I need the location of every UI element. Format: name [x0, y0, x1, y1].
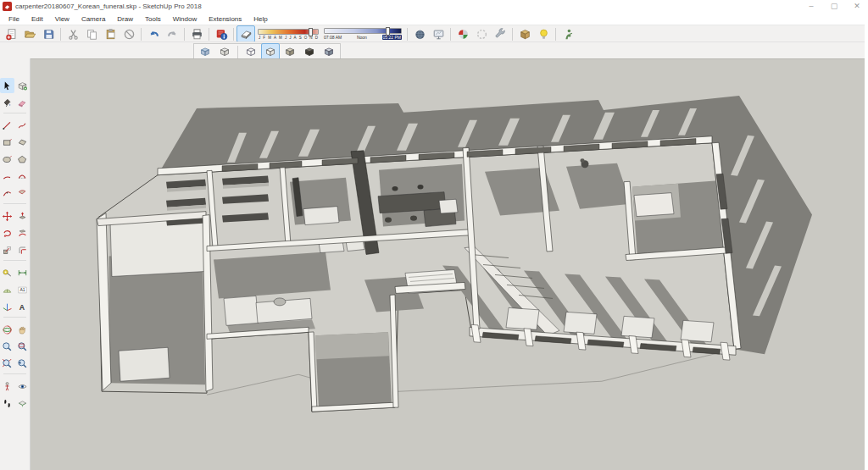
shaded-icon [284, 46, 296, 58]
wrench-button[interactable] [491, 25, 509, 42]
menu-draw[interactable]: Draw [111, 15, 139, 23]
loading-circle-icon [476, 28, 488, 41]
menu-file[interactable]: File [3, 15, 25, 23]
make-component-button[interactable] [15, 78, 30, 93]
copy-button[interactable] [82, 25, 101, 42]
shadow-toggle-button[interactable] [236, 25, 255, 42]
menu-extensions[interactable]: Extensions [203, 15, 248, 23]
eraser-button[interactable] [15, 95, 30, 110]
axes-button[interactable] [0, 299, 14, 314]
toolbar-separator [3, 260, 26, 261]
walk-button[interactable] [0, 395, 14, 411]
rectangle-button[interactable] [0, 135, 14, 150]
paint-bucket-button[interactable] [0, 95, 14, 110]
zoom-extents-button[interactable] [0, 356, 14, 371]
lightbulb-button[interactable] [534, 25, 553, 42]
new-document-button[interactable] [2, 25, 20, 42]
month-label: O [304, 36, 308, 40]
polygon-button[interactable] [15, 152, 30, 167]
date-gradient-bar[interactable] [258, 29, 319, 35]
erase-button[interactable] [120, 25, 138, 42]
menu-tools[interactable]: Tools [139, 15, 167, 23]
ground-shadow-outline [207, 349, 734, 395]
zoom-previous-button[interactable] [15, 356, 30, 371]
rotated-rectangle-button[interactable] [15, 135, 30, 150]
scale-button[interactable] [0, 242, 14, 257]
undo-button[interactable] [144, 25, 163, 42]
section-plane-button[interactable] [15, 395, 30, 411]
globe-button[interactable] [410, 25, 429, 42]
menu-window[interactable]: Window [167, 15, 203, 23]
open-button[interactable] [20, 25, 39, 42]
look-around-button[interactable] [15, 379, 30, 394]
menu-edit[interactable]: Edit [25, 15, 49, 23]
circle-button[interactable] [0, 152, 14, 167]
arc-button[interactable] [0, 169, 14, 184]
walkthrough-figure-button[interactable] [559, 25, 577, 42]
wireframe-button[interactable] [242, 43, 260, 60]
time-slider-handle[interactable] [386, 27, 390, 36]
tool-row [0, 379, 30, 394]
rotate-icon [2, 228, 13, 239]
section-plane-icon [17, 398, 28, 409]
protractor-button[interactable] [0, 282, 14, 297]
monochrome-button[interactable] [320, 43, 338, 60]
freehand-button[interactable] [15, 118, 30, 133]
line-button[interactable] [0, 118, 14, 133]
model-info-button[interactable] [212, 25, 231, 42]
model-viewport[interactable] [31, 58, 865, 470]
text-button[interactable]: A1 [15, 282, 30, 297]
scale-icon [2, 245, 13, 256]
shadow-date-slider[interactable]: JFMAMJJASOND [258, 29, 319, 40]
dimension-icon [17, 268, 28, 279]
shaded-button[interactable] [281, 43, 299, 60]
back-edges-button[interactable] [215, 43, 234, 60]
close-button[interactable]: ✕ [853, 1, 861, 12]
pan-button[interactable] [15, 322, 30, 337]
tape-measure-button[interactable] [0, 265, 14, 280]
offset-button[interactable] [15, 242, 30, 257]
paste-button[interactable] [101, 25, 120, 42]
cut-button[interactable] [64, 25, 82, 42]
model-canvas[interactable] [31, 59, 865, 470]
redo-button[interactable] [163, 25, 181, 42]
eraser-icon [17, 97, 28, 108]
hidden-line-button[interactable] [261, 43, 280, 60]
window-title: carpenter20180607_Korean_funeral.skp - S… [15, 3, 202, 10]
menu-view[interactable]: View [49, 15, 75, 23]
two-point-arc-button[interactable] [15, 169, 30, 184]
two-point-arc-icon [17, 171, 28, 182]
menu-help[interactable]: Help [248, 15, 273, 23]
menu-camera[interactable]: Camera [75, 15, 111, 23]
polygon-icon [17, 154, 28, 165]
shaded-textures-button[interactable] [300, 43, 319, 60]
3d-text-button[interactable]: A [15, 299, 30, 314]
walk-icon [2, 398, 13, 409]
maximize-button[interactable]: ▢ [830, 1, 838, 12]
dimension-button[interactable] [15, 265, 30, 280]
pie-button[interactable] [15, 185, 30, 201]
shadow-time-slider[interactable]: 07:08 AM Noon 05:22 PM [324, 28, 402, 40]
arc-icon [2, 171, 13, 182]
position-camera-button[interactable] [0, 379, 14, 394]
package-button[interactable] [515, 25, 534, 42]
time-gradient-bar[interactable] [324, 28, 402, 34]
orbit-button[interactable] [0, 322, 14, 337]
xray-button[interactable] [196, 43, 214, 60]
tool-row: A1 [0, 282, 30, 297]
follow-me-button[interactable] [15, 225, 30, 241]
photo-texture-button[interactable] [453, 25, 472, 42]
select-button[interactable] [0, 78, 14, 93]
zoom-button[interactable] [0, 339, 14, 354]
three-point-arc-button[interactable] [0, 185, 14, 201]
zoom-window-button[interactable] [15, 339, 30, 354]
print-button[interactable] [187, 25, 206, 42]
save-button[interactable] [39, 25, 58, 42]
screen-share-button[interactable] [429, 25, 448, 42]
minimize-button[interactable]: – [807, 1, 815, 12]
loading-circle-button[interactable] [472, 25, 491, 42]
date-slider-handle[interactable] [309, 28, 313, 36]
rotate-button[interactable] [0, 225, 14, 241]
push-pull-button[interactable] [15, 208, 30, 224]
move-button[interactable] [0, 208, 14, 224]
